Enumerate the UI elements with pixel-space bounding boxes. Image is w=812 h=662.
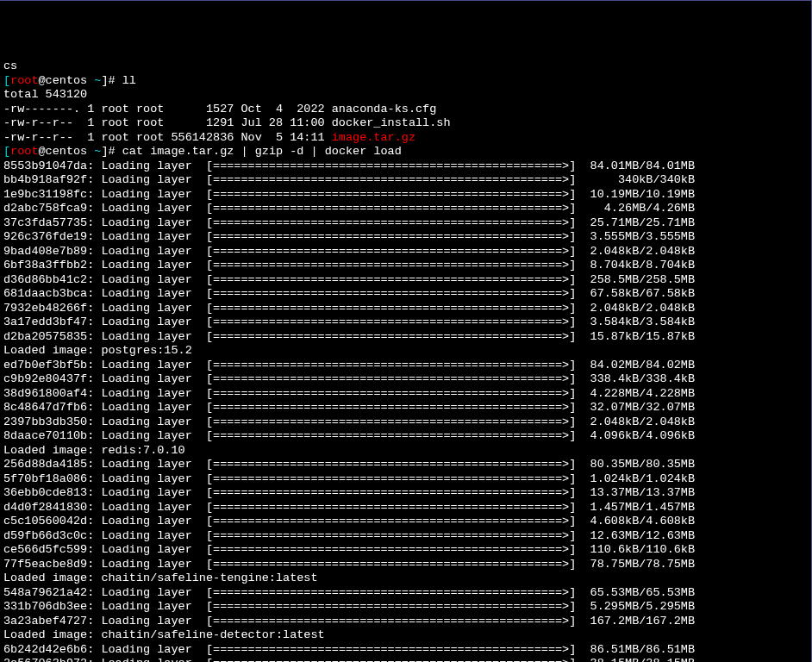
progress-bar: [=======================================… — [206, 315, 576, 328]
layer-hash: 2397bb3db350: Loading layer — [3, 415, 206, 428]
progress-bar: [=======================================… — [206, 558, 576, 571]
loading-layer-line: 3a17edd3bf47: Loading layer [===========… — [3, 315, 808, 330]
prompt-host: @centos — [39, 74, 95, 87]
layer-hash: 331b706db3ee: Loading layer — [3, 600, 206, 613]
command-text: cat image.tar.gz | gzip -d | docker load — [122, 145, 402, 158]
layer-size: 65.53MB/65.53MB — [576, 586, 695, 599]
progress-bar: [=======================================… — [206, 586, 576, 599]
layer-size: 3.584kB/3.584kB — [576, 315, 695, 328]
layer-size: 32.07MB/32.07MB — [576, 401, 695, 414]
loading-layer-line: bb4b918af92f: Loading layer [===========… — [3, 173, 808, 188]
layer-size: 86.51MB/86.51MB — [576, 643, 695, 656]
loading-layer-line: 9bad408e7b89: Loading layer [===========… — [3, 245, 808, 259]
layer-size: 338.4kB/338.4kB — [576, 372, 695, 385]
layer-size: 2.048kB/2.048kB — [576, 415, 695, 428]
loading-layer-line: 3a23abef4727: Loading layer [===========… — [3, 615, 808, 629]
progress-bar: [=======================================… — [206, 387, 576, 400]
loading-layer-line: d59fb66d3c0c: Loading layer [===========… — [3, 529, 808, 544]
progress-bar: [=======================================… — [206, 515, 576, 528]
loaded-image-text: Loaded image: postgres:15.2 — [3, 344, 192, 357]
layer-hash: 5f70bf18a086: Loading layer — [3, 472, 206, 485]
layer-size: 38.15MB/38.15MB — [576, 657, 695, 662]
progress-bar: [=======================================… — [206, 600, 576, 613]
layer-size: 84.02MB/84.02MB — [576, 359, 695, 372]
layer-hash: 36ebb0cde813: Loading layer — [3, 486, 206, 499]
progress-bar: [=======================================… — [206, 415, 576, 428]
layer-hash: 548a79621a42: Loading layer — [3, 586, 206, 599]
loading-layer-line: 38d961800af4: Loading layer [===========… — [3, 387, 808, 402]
progress-bar: [=======================================… — [206, 230, 576, 243]
ll-filename: image.tar.gz — [332, 131, 415, 144]
prompt-line-2[interactable]: [root@centos ~]# cat image.tar.gz | gzip… — [3, 145, 808, 159]
layer-size: 4.096kB/4.096kB — [576, 429, 695, 442]
progress-bar: [=======================================… — [206, 615, 576, 628]
layer-hash: 7932eb48266f: Loading layer — [3, 302, 206, 315]
layer-hash: c9b92e80437f: Loading layer — [3, 372, 206, 385]
progress-bar: [=======================================… — [206, 429, 576, 442]
layer-size: 5.295MB/5.295MB — [576, 600, 695, 613]
progress-bar: [=======================================… — [206, 202, 576, 215]
layer-hash: 256d88da4185: Loading layer — [3, 458, 206, 471]
layer-hash: 6bf38a3ffbb2: Loading layer — [3, 259, 206, 272]
progress-bar: [=======================================… — [206, 273, 576, 286]
loading-layer-line: 681daacb3bca: Loading layer [===========… — [3, 287, 808, 302]
progress-bar: [=======================================… — [206, 259, 576, 272]
layer-size: 340kB/340kB — [576, 173, 695, 186]
loading-layer-line: d2abc758fca9: Loading layer [===========… — [3, 202, 808, 216]
progress-bar: [=======================================… — [206, 643, 576, 656]
layer-size: 4.608kB/4.608kB — [576, 515, 695, 528]
layer-size: 12.63MB/12.63MB — [576, 529, 695, 542]
layer-size: 67.58kB/67.58kB — [576, 287, 695, 300]
loaded-image-text: Loaded image: redis:7.0.10 — [3, 444, 185, 457]
layer-size: 258.5MB/258.5MB — [576, 273, 695, 286]
prompt-host: @centos — [39, 145, 95, 158]
loading-layer-line: c5c10560042d: Loading layer [===========… — [3, 515, 808, 529]
loading-layer-line: 331b706db3ee: Loading layer [===========… — [3, 600, 808, 615]
layer-hash: 8c48647d7fb6: Loading layer — [3, 401, 206, 414]
ll-filename: docker_install.sh — [332, 116, 451, 129]
ll-row: -rw-r--r-- 1 root root 556142836 Nov 5 1… — [3, 131, 808, 146]
loaded-image-line: Loaded image: postgres:15.2 — [3, 344, 808, 359]
progress-bar: [=======================================… — [206, 486, 576, 499]
loading-layer-line: 7932eb48266f: Loading layer [===========… — [3, 302, 808, 316]
layer-hash: 8daace70110b: Loading layer — [3, 429, 206, 442]
layer-size: 8.704kB/8.704kB — [576, 259, 695, 272]
loading-layer-line: 548a79621a42: Loading layer [===========… — [3, 586, 808, 601]
progress-bar: [=======================================… — [206, 188, 576, 201]
prompt-line-1[interactable]: [root@centos ~]# ll — [3, 74, 808, 89]
loading-layer-line: 5f70bf18a086: Loading layer [===========… — [3, 472, 808, 487]
progress-bar: [=======================================… — [206, 401, 576, 414]
prompt-close: ]# — [101, 74, 122, 87]
layer-hash: 926c376fde19: Loading layer — [3, 230, 206, 243]
layer-size: 2.048kB/2.048kB — [576, 302, 695, 315]
progress-bar: [=======================================… — [206, 529, 576, 542]
loading-layer-line: d2ba20575835: Loading layer [===========… — [3, 330, 808, 345]
layer-size: 10.19MB/10.19MB — [576, 188, 695, 201]
loading-layer-line: d36d86bb41c2: Loading layer [===========… — [3, 273, 808, 288]
loading-layer-line: 8553b91047da: Loading layer [===========… — [3, 159, 808, 174]
layer-hash: 77f5eacbe8d9: Loading layer — [3, 558, 206, 571]
command-text: ll — [122, 74, 136, 87]
loading-layer-line: 8c48647d7fb6: Loading layer [===========… — [3, 401, 808, 415]
layer-hash: 2e567063b972: Loading layer — [3, 657, 206, 662]
loading-layer-line: 256d88da4185: Loading layer [===========… — [3, 458, 808, 472]
loading-layer-line: 37c3fda57735: Loading layer [===========… — [3, 216, 808, 231]
loaded-image-line: Loaded image: redis:7.0.10 — [3, 444, 808, 459]
loading-layer-line: 6bf38a3ffbb2: Loading layer [===========… — [3, 259, 808, 273]
ll-row: -rw-------. 1 root root 1527 Oct 4 2022 … — [3, 103, 808, 117]
loading-layer-line: 2397bb3db350: Loading layer [===========… — [3, 415, 808, 430]
layer-size: 1.457MB/1.457MB — [576, 501, 695, 514]
layer-size: 13.37MB/13.37MB — [576, 486, 695, 499]
progress-bar: [=======================================… — [206, 330, 576, 343]
ll-total: total 543120 — [3, 88, 808, 103]
loading-layer-line: c9b92e80437f: Loading layer [===========… — [3, 372, 808, 387]
layer-hash: ce566d5fc599: Loading layer — [3, 543, 206, 556]
progress-bar: [=======================================… — [206, 287, 576, 300]
layer-size: 1.024kB/1.024kB — [576, 472, 695, 485]
progress-bar: [=======================================… — [206, 458, 576, 471]
layer-hash: 8553b91047da: Loading layer — [3, 159, 206, 172]
layer-size: 4.26MB/4.26MB — [576, 202, 695, 215]
progress-bar: [=======================================… — [206, 216, 576, 229]
loading-layer-line: 36ebb0cde813: Loading layer [===========… — [3, 486, 808, 501]
layer-size: 78.75MB/78.75MB — [576, 558, 695, 571]
